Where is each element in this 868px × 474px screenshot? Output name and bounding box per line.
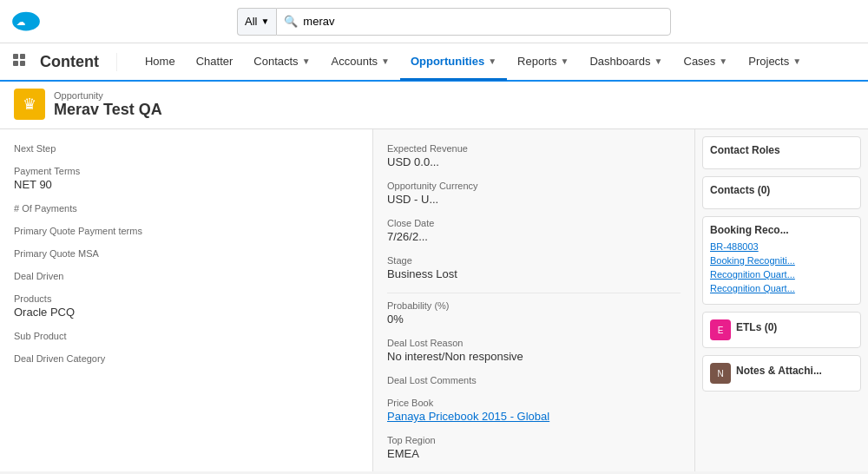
- salesforce-logo: ☁: [10, 6, 42, 37]
- booking-item-1[interactable]: Booking Recogniti...: [710, 255, 853, 266]
- field-deal-lost-reason-label: Deal Lost Reason: [387, 338, 681, 348]
- field-opportunity-currency: Opportunity Currency USD - U...: [387, 181, 681, 206]
- nav-item-dashboards-label: Dashboards: [589, 55, 650, 68]
- nav-item-dashboards[interactable]: Dashboards ▼: [579, 44, 673, 81]
- nav-item-accounts-label: Accounts: [332, 55, 378, 68]
- stage-divider: [387, 293, 681, 293]
- contacts-chevron-icon: ▼: [302, 56, 311, 66]
- field-deal-lost-reason: Deal Lost Reason No interest/Non respons…: [387, 338, 681, 363]
- field-top-region: Top Region EMEA: [387, 435, 681, 460]
- search-dropdown-label: All: [245, 15, 257, 28]
- field-close-date: Close Date 7/26/2...: [387, 218, 681, 243]
- nav-items: Home Chatter Contacts ▼ Accounts ▼ Oppor…: [135, 43, 812, 80]
- field-expected-revenue: Expected Revenue USD 0.0...: [387, 143, 681, 168]
- svg-rect-5: [20, 61, 25, 66]
- etl-section: E ETLs (0): [702, 312, 861, 348]
- field-close-date-label: Close Date: [387, 218, 681, 228]
- svg-rect-4: [13, 61, 18, 66]
- field-deal-driven: Deal Driven: [14, 271, 358, 281]
- contacts-section: Contacts (0): [702, 176, 861, 209]
- nav-item-contacts[interactable]: Contacts ▼: [243, 44, 320, 81]
- nav-item-chatter[interactable]: Chatter: [186, 44, 244, 81]
- nav-item-home[interactable]: Home: [135, 44, 186, 81]
- field-deal-driven-category-label: Deal Driven Category: [14, 353, 358, 364]
- field-products-label: Products: [14, 293, 358, 304]
- field-primary-quote-msa: Primary Quote MSA: [14, 248, 358, 259]
- field-top-region-label: Top Region: [387, 435, 681, 445]
- nav-item-reports-label: Reports: [517, 55, 557, 68]
- accounts-chevron-icon: ▼: [381, 56, 390, 66]
- svg-rect-3: [20, 54, 25, 59]
- nav-item-contacts-label: Contacts: [253, 55, 298, 68]
- booking-item-3[interactable]: Recognition Quart...: [710, 283, 853, 293]
- left-panel: Next Step Payment Terms NET 90 # Of Paym…: [0, 129, 373, 471]
- field-stage-label: Stage: [387, 255, 681, 266]
- notes-icon: N: [710, 363, 731, 384]
- booking-reco-section: Booking Reco... BR-488003 Booking Recogn…: [702, 216, 861, 305]
- opportunities-chevron-icon: ▼: [488, 56, 496, 66]
- field-num-payments: # Of Payments: [14, 203, 358, 214]
- field-deal-driven-label: Deal Driven: [14, 271, 358, 281]
- page-title: Merav Test QA: [54, 101, 162, 119]
- crown-icon: ♛: [23, 95, 36, 114]
- field-stage: Stage Business Lost: [387, 255, 681, 280]
- search-dropdown[interactable]: All ▼: [237, 8, 276, 36]
- nav-item-cases[interactable]: Cases ▼: [674, 44, 739, 81]
- booking-item-id[interactable]: BR-488003: [710, 241, 853, 252]
- field-stage-value: Business Lost: [387, 267, 681, 280]
- field-sub-product: Sub Product: [14, 331, 358, 341]
- record-icon: ♛: [14, 89, 45, 120]
- field-expected-revenue-value: USD 0.0...: [387, 155, 681, 168]
- search-input[interactable]: [303, 15, 459, 28]
- notes-title: Notes & Attachi...: [736, 365, 822, 377]
- field-price-book: Price Book Panaya Pricebook 2015 - Globa…: [387, 398, 681, 423]
- app-launcher-button[interactable]: [7, 48, 35, 76]
- projects-chevron-icon: ▼: [792, 56, 801, 66]
- nav-item-projects-label: Projects: [748, 55, 789, 68]
- field-deal-driven-category: Deal Driven Category: [14, 353, 358, 364]
- search-dropdown-chevron: ▼: [260, 16, 269, 26]
- nav-item-reports[interactable]: Reports ▼: [507, 44, 579, 81]
- field-deal-lost-comments: Deal Lost Comments: [387, 375, 681, 385]
- field-expected-revenue-label: Expected Revenue: [387, 143, 681, 154]
- field-probability: Probability (%) 0%: [387, 300, 681, 326]
- field-sub-product-label: Sub Product: [14, 331, 358, 341]
- contact-roles-section: Contact Roles: [702, 136, 861, 169]
- main-content: Next Step Payment Terms NET 90 # Of Paym…: [0, 129, 868, 471]
- field-price-book-value[interactable]: Panaya Pricebook 2015 - Global: [387, 410, 681, 423]
- nav-item-home-label: Home: [145, 55, 175, 68]
- nav-item-projects[interactable]: Projects ▼: [738, 44, 812, 81]
- field-opportunity-currency-label: Opportunity Currency: [387, 181, 681, 191]
- nav-bar: Content Home Chatter Contacts ▼ Accounts…: [0, 43, 868, 82]
- page-header: ♛ Opportunity Merav Test QA: [0, 82, 868, 129]
- etl-title: ETLs (0): [736, 321, 777, 333]
- booking-reco-title: Booking Reco...: [710, 224, 853, 236]
- field-top-region-value: EMEA: [387, 447, 681, 460]
- field-payment-terms-value: NET 90: [14, 178, 358, 191]
- field-primary-quote-payment-label: Primary Quote Payment terms: [14, 226, 358, 236]
- field-price-book-label: Price Book: [387, 398, 681, 408]
- field-close-date-value: 7/26/2...: [387, 230, 681, 243]
- contact-roles-title: Contact Roles: [710, 144, 853, 156]
- field-probability-label: Probability (%): [387, 300, 681, 311]
- right-panel: Contact Roles Contacts (0) Booking Reco.…: [694, 129, 868, 471]
- field-primary-quote-payment: Primary Quote Payment terms: [14, 226, 358, 236]
- field-opportunity-currency-value: USD - U...: [387, 193, 681, 206]
- svg-rect-2: [13, 54, 18, 59]
- reports-chevron-icon: ▼: [561, 56, 569, 66]
- nav-item-accounts[interactable]: Accounts ▼: [321, 44, 400, 81]
- center-panel: Expected Revenue USD 0.0... Opportunity …: [373, 129, 694, 471]
- nav-item-opportunities[interactable]: Opportunities ▼: [400, 44, 507, 81]
- field-payment-terms-label: Payment Terms: [14, 166, 358, 176]
- notes-section: N Notes & Attachi...: [702, 355, 861, 392]
- field-primary-quote-msa-label: Primary Quote MSA: [14, 248, 358, 259]
- search-input-wrapper: 🔍: [276, 8, 671, 36]
- cases-chevron-icon: ▼: [719, 56, 727, 66]
- breadcrumb: Opportunity: [54, 90, 162, 101]
- field-deal-lost-comments-label: Deal Lost Comments: [387, 375, 681, 385]
- field-deal-lost-reason-value: No interest/Non responsive: [387, 350, 681, 363]
- field-payment-terms: Payment Terms NET 90: [14, 166, 358, 191]
- booking-item-2[interactable]: Recognition Quart...: [710, 269, 853, 280]
- top-bar: ☁ All ▼ 🔍: [0, 0, 868, 43]
- field-products-value: Oracle PCQ: [14, 306, 358, 319]
